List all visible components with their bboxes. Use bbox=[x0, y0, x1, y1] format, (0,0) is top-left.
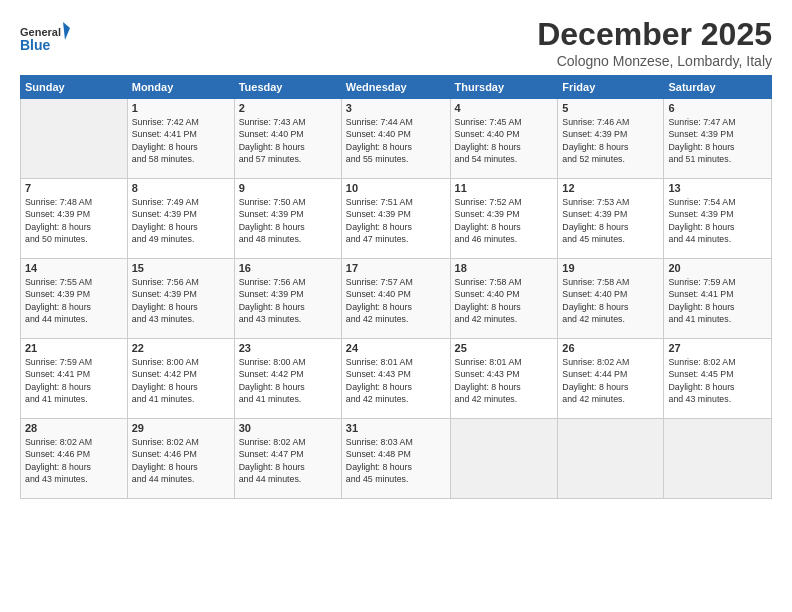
day-info: Sunrise: 7:50 AMSunset: 4:39 PMDaylight:… bbox=[239, 196, 337, 245]
calendar-cell: 12Sunrise: 7:53 AMSunset: 4:39 PMDayligh… bbox=[558, 179, 664, 259]
calendar-cell: 27Sunrise: 8:02 AMSunset: 4:45 PMDayligh… bbox=[664, 339, 772, 419]
day-info: Sunrise: 7:47 AMSunset: 4:39 PMDaylight:… bbox=[668, 116, 767, 165]
day-number: 22 bbox=[132, 342, 230, 354]
calendar-cell: 24Sunrise: 8:01 AMSunset: 4:43 PMDayligh… bbox=[341, 339, 450, 419]
col-header-monday: Monday bbox=[127, 76, 234, 99]
day-info: Sunrise: 7:49 AMSunset: 4:39 PMDaylight:… bbox=[132, 196, 230, 245]
calendar-cell: 17Sunrise: 7:57 AMSunset: 4:40 PMDayligh… bbox=[341, 259, 450, 339]
day-number: 27 bbox=[668, 342, 767, 354]
day-number: 1 bbox=[132, 102, 230, 114]
day-info: Sunrise: 7:43 AMSunset: 4:40 PMDaylight:… bbox=[239, 116, 337, 165]
day-info: Sunrise: 8:01 AMSunset: 4:43 PMDaylight:… bbox=[455, 356, 554, 405]
calendar-cell: 21Sunrise: 7:59 AMSunset: 4:41 PMDayligh… bbox=[21, 339, 128, 419]
day-info: Sunrise: 8:02 AMSunset: 4:47 PMDaylight:… bbox=[239, 436, 337, 485]
calendar-cell bbox=[558, 419, 664, 499]
calendar-cell: 6Sunrise: 7:47 AMSunset: 4:39 PMDaylight… bbox=[664, 99, 772, 179]
day-info: Sunrise: 8:02 AMSunset: 4:46 PMDaylight:… bbox=[132, 436, 230, 485]
calendar-cell: 23Sunrise: 8:00 AMSunset: 4:42 PMDayligh… bbox=[234, 339, 341, 419]
calendar-cell: 10Sunrise: 7:51 AMSunset: 4:39 PMDayligh… bbox=[341, 179, 450, 259]
day-number: 21 bbox=[25, 342, 123, 354]
day-number: 19 bbox=[562, 262, 659, 274]
day-number: 11 bbox=[455, 182, 554, 194]
calendar-cell: 22Sunrise: 8:00 AMSunset: 4:42 PMDayligh… bbox=[127, 339, 234, 419]
day-number: 4 bbox=[455, 102, 554, 114]
calendar-cell bbox=[450, 419, 558, 499]
day-info: Sunrise: 7:42 AMSunset: 4:41 PMDaylight:… bbox=[132, 116, 230, 165]
day-info: Sunrise: 7:58 AMSunset: 4:40 PMDaylight:… bbox=[455, 276, 554, 325]
day-info: Sunrise: 8:02 AMSunset: 4:45 PMDaylight:… bbox=[668, 356, 767, 405]
calendar-cell: 2Sunrise: 7:43 AMSunset: 4:40 PMDaylight… bbox=[234, 99, 341, 179]
logo: General Blue bbox=[20, 20, 70, 65]
location: Cologno Monzese, Lombardy, Italy bbox=[537, 53, 772, 69]
day-number: 29 bbox=[132, 422, 230, 434]
calendar-cell bbox=[21, 99, 128, 179]
day-info: Sunrise: 7:59 AMSunset: 4:41 PMDaylight:… bbox=[668, 276, 767, 325]
logo-svg: General Blue bbox=[20, 20, 70, 65]
day-number: 23 bbox=[239, 342, 337, 354]
day-number: 5 bbox=[562, 102, 659, 114]
day-number: 2 bbox=[239, 102, 337, 114]
col-header-thursday: Thursday bbox=[450, 76, 558, 99]
calendar-cell: 1Sunrise: 7:42 AMSunset: 4:41 PMDaylight… bbox=[127, 99, 234, 179]
week-row-4: 21Sunrise: 7:59 AMSunset: 4:41 PMDayligh… bbox=[21, 339, 772, 419]
col-header-wednesday: Wednesday bbox=[341, 76, 450, 99]
calendar-cell: 15Sunrise: 7:56 AMSunset: 4:39 PMDayligh… bbox=[127, 259, 234, 339]
day-info: Sunrise: 7:46 AMSunset: 4:39 PMDaylight:… bbox=[562, 116, 659, 165]
week-row-5: 28Sunrise: 8:02 AMSunset: 4:46 PMDayligh… bbox=[21, 419, 772, 499]
day-number: 28 bbox=[25, 422, 123, 434]
day-number: 12 bbox=[562, 182, 659, 194]
day-info: Sunrise: 7:54 AMSunset: 4:39 PMDaylight:… bbox=[668, 196, 767, 245]
calendar-cell: 8Sunrise: 7:49 AMSunset: 4:39 PMDaylight… bbox=[127, 179, 234, 259]
calendar-cell: 29Sunrise: 8:02 AMSunset: 4:46 PMDayligh… bbox=[127, 419, 234, 499]
day-info: Sunrise: 8:03 AMSunset: 4:48 PMDaylight:… bbox=[346, 436, 446, 485]
day-info: Sunrise: 7:56 AMSunset: 4:39 PMDaylight:… bbox=[132, 276, 230, 325]
day-info: Sunrise: 7:51 AMSunset: 4:39 PMDaylight:… bbox=[346, 196, 446, 245]
day-number: 10 bbox=[346, 182, 446, 194]
day-number: 3 bbox=[346, 102, 446, 114]
day-number: 30 bbox=[239, 422, 337, 434]
day-number: 15 bbox=[132, 262, 230, 274]
col-header-friday: Friday bbox=[558, 76, 664, 99]
calendar-table: SundayMondayTuesdayWednesdayThursdayFrid… bbox=[20, 75, 772, 499]
day-number: 18 bbox=[455, 262, 554, 274]
day-info: Sunrise: 7:59 AMSunset: 4:41 PMDaylight:… bbox=[25, 356, 123, 405]
day-info: Sunrise: 8:02 AMSunset: 4:44 PMDaylight:… bbox=[562, 356, 659, 405]
day-info: Sunrise: 8:00 AMSunset: 4:42 PMDaylight:… bbox=[239, 356, 337, 405]
day-info: Sunrise: 7:52 AMSunset: 4:39 PMDaylight:… bbox=[455, 196, 554, 245]
col-header-saturday: Saturday bbox=[664, 76, 772, 99]
calendar-cell: 19Sunrise: 7:58 AMSunset: 4:40 PMDayligh… bbox=[558, 259, 664, 339]
week-row-3: 14Sunrise: 7:55 AMSunset: 4:39 PMDayligh… bbox=[21, 259, 772, 339]
day-info: Sunrise: 8:01 AMSunset: 4:43 PMDaylight:… bbox=[346, 356, 446, 405]
day-info: Sunrise: 8:00 AMSunset: 4:42 PMDaylight:… bbox=[132, 356, 230, 405]
day-number: 6 bbox=[668, 102, 767, 114]
page-header: General Blue December 2025 Cologno Monze… bbox=[20, 16, 772, 69]
day-number: 8 bbox=[132, 182, 230, 194]
day-number: 7 bbox=[25, 182, 123, 194]
day-info: Sunrise: 7:45 AMSunset: 4:40 PMDaylight:… bbox=[455, 116, 554, 165]
day-info: Sunrise: 7:44 AMSunset: 4:40 PMDaylight:… bbox=[346, 116, 446, 165]
day-info: Sunrise: 7:53 AMSunset: 4:39 PMDaylight:… bbox=[562, 196, 659, 245]
calendar-cell: 18Sunrise: 7:58 AMSunset: 4:40 PMDayligh… bbox=[450, 259, 558, 339]
day-info: Sunrise: 7:48 AMSunset: 4:39 PMDaylight:… bbox=[25, 196, 123, 245]
calendar-cell: 9Sunrise: 7:50 AMSunset: 4:39 PMDaylight… bbox=[234, 179, 341, 259]
calendar-cell: 7Sunrise: 7:48 AMSunset: 4:39 PMDaylight… bbox=[21, 179, 128, 259]
col-header-tuesday: Tuesday bbox=[234, 76, 341, 99]
day-number: 13 bbox=[668, 182, 767, 194]
calendar-cell: 31Sunrise: 8:03 AMSunset: 4:48 PMDayligh… bbox=[341, 419, 450, 499]
svg-marker-2 bbox=[63, 22, 70, 40]
svg-text:Blue: Blue bbox=[20, 37, 51, 53]
calendar-cell: 3Sunrise: 7:44 AMSunset: 4:40 PMDaylight… bbox=[341, 99, 450, 179]
day-number: 20 bbox=[668, 262, 767, 274]
calendar-cell: 5Sunrise: 7:46 AMSunset: 4:39 PMDaylight… bbox=[558, 99, 664, 179]
calendar-cell: 4Sunrise: 7:45 AMSunset: 4:40 PMDaylight… bbox=[450, 99, 558, 179]
day-info: Sunrise: 7:55 AMSunset: 4:39 PMDaylight:… bbox=[25, 276, 123, 325]
day-number: 26 bbox=[562, 342, 659, 354]
calendar-header-row: SundayMondayTuesdayWednesdayThursdayFrid… bbox=[21, 76, 772, 99]
week-row-1: 1Sunrise: 7:42 AMSunset: 4:41 PMDaylight… bbox=[21, 99, 772, 179]
calendar-cell: 20Sunrise: 7:59 AMSunset: 4:41 PMDayligh… bbox=[664, 259, 772, 339]
day-info: Sunrise: 8:02 AMSunset: 4:46 PMDaylight:… bbox=[25, 436, 123, 485]
day-info: Sunrise: 7:56 AMSunset: 4:39 PMDaylight:… bbox=[239, 276, 337, 325]
day-number: 16 bbox=[239, 262, 337, 274]
calendar-cell: 26Sunrise: 8:02 AMSunset: 4:44 PMDayligh… bbox=[558, 339, 664, 419]
day-number: 14 bbox=[25, 262, 123, 274]
